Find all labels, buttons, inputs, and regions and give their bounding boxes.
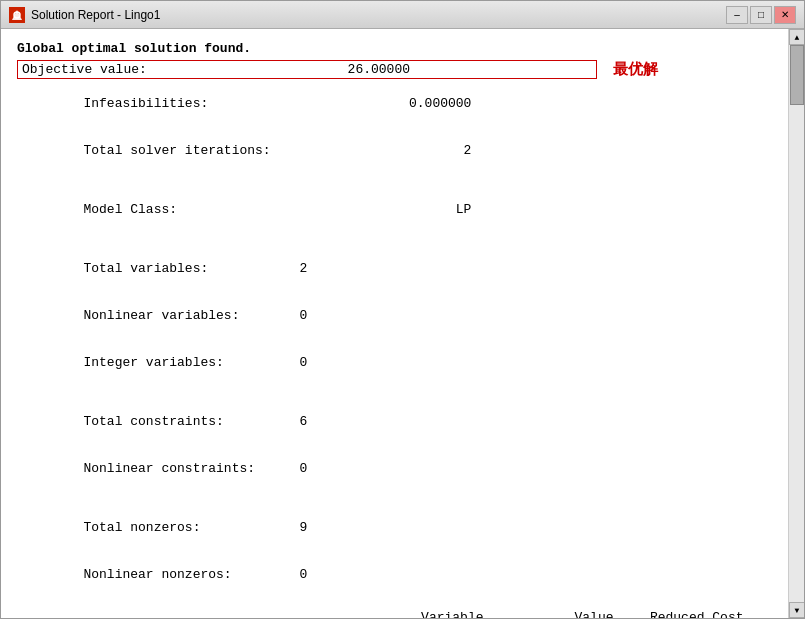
scroll-thumb[interactable] [790, 45, 804, 105]
infeasibilities-row: Infeasibilities:0.000000 [17, 81, 772, 126]
total-nonzeros-row: Total nonzeros:9 [17, 505, 772, 550]
total-constraints-row: Total constraints:6 [17, 399, 772, 444]
solver-iter-row: Total solver iterations:2 [17, 128, 772, 173]
title-bar: Solution Report - Lingo1 – □ ✕ [1, 1, 804, 29]
annotation-optimal: 最优解 [613, 60, 658, 79]
var-header-row: Variable Value Reduced Cost [392, 609, 752, 618]
nonlinear-nonzeros-row: Nonlinear nonzeros:0 [17, 552, 772, 597]
nonlinear-constraints-label: Nonlinear constraints: [79, 461, 299, 476]
infeasibilities-value: 0.000000 [359, 96, 479, 111]
main-window: Solution Report - Lingo1 – □ ✕ Global op… [0, 0, 805, 619]
maximize-button[interactable]: □ [750, 6, 772, 24]
integer-vars-row: Integer variables:0 [17, 340, 772, 385]
var-col-value: Value [492, 609, 622, 618]
nonlinear-constraints-value: 0 [299, 461, 307, 476]
nonlinear-vars-label: Nonlinear variables: [79, 308, 299, 323]
app-icon [9, 7, 25, 23]
integer-vars-label: Integer variables: [79, 355, 299, 370]
objective-value: 26.00000 [298, 62, 418, 77]
report-content: Global optimal solution found. Objective… [1, 29, 788, 618]
variable-table: Variable Value Reduced Cost X1 2.000000 … [391, 609, 752, 618]
total-vars-label: Total variables: [79, 261, 299, 276]
window-title: Solution Report - Lingo1 [31, 8, 726, 22]
content-area: Global optimal solution found. Objective… [1, 29, 804, 618]
objective-row: Objective value: 26.00000 [17, 60, 597, 79]
scroll-up-button[interactable]: ▲ [789, 29, 804, 45]
nonlinear-nonzeros-value: 0 [299, 567, 307, 582]
close-button[interactable]: ✕ [774, 6, 796, 24]
total-nonzeros-value: 9 [299, 520, 307, 535]
scroll-down-button[interactable]: ▼ [789, 602, 804, 618]
total-constraints-label: Total constraints: [79, 414, 299, 429]
objective-row-container: Objective value: 26.00000 最优解 [17, 60, 772, 79]
solver-iter-label: Total solver iterations: [79, 143, 359, 158]
nonlinear-vars-row: Nonlinear variables:0 [17, 293, 772, 338]
window-controls: – □ ✕ [726, 6, 796, 24]
scroll-track[interactable] [789, 45, 804, 602]
solver-iter-value: 2 [359, 143, 479, 158]
infeasibilities-label: Infeasibilities: [79, 96, 359, 111]
global-solution-text: Global optimal solution found. [17, 41, 772, 56]
integer-vars-value: 0 [299, 355, 307, 370]
nonlinear-vars-value: 0 [299, 308, 307, 323]
total-nonzeros-label: Total nonzeros: [79, 520, 299, 535]
nonlinear-constraints-row: Nonlinear constraints:0 [17, 446, 772, 491]
var-col-variable: Variable [392, 609, 492, 618]
nonlinear-nonzeros-label: Nonlinear nonzeros: [79, 567, 299, 582]
objective-label: Objective value: [18, 62, 298, 77]
model-class-value: LP [359, 202, 479, 217]
total-vars-row: Total variables:2 [17, 246, 772, 291]
scrollbar[interactable]: ▲ ▼ [788, 29, 804, 618]
var-col-reduced-cost: Reduced Cost [622, 609, 752, 618]
total-constraints-value: 6 [299, 414, 307, 429]
total-vars-value: 2 [299, 261, 307, 276]
minimize-button[interactable]: – [726, 6, 748, 24]
arrow-icon: ➜ [123, 617, 136, 618]
model-class-label: Model Class: [79, 202, 359, 217]
model-class-row: Model Class:LP [17, 187, 772, 232]
